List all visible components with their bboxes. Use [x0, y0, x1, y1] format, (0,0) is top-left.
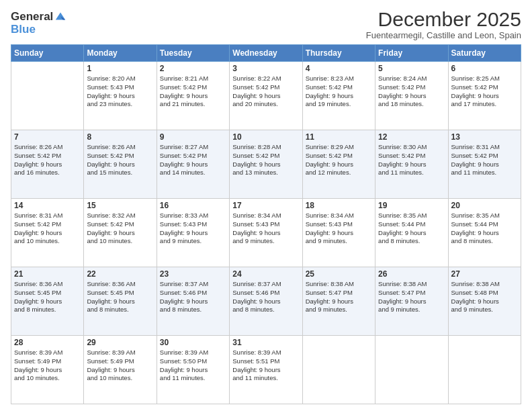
calendar-week-row: 21Sunrise: 8:36 AM Sunset: 5:45 PM Dayli…	[11, 267, 521, 336]
day-number: 5	[378, 64, 445, 73]
day-info: Sunrise: 8:38 AM Sunset: 5:47 PM Dayligh…	[306, 280, 372, 314]
day-info: Sunrise: 8:39 AM Sunset: 5:49 PM Dayligh…	[87, 349, 153, 383]
calendar-cell: 5Sunrise: 8:24 AM Sunset: 5:42 PM Daylig…	[375, 62, 448, 130]
day-number: 10	[232, 132, 299, 142]
day-number: 9	[160, 132, 226, 142]
day-info: Sunrise: 8:38 AM Sunset: 5:47 PM Dayligh…	[378, 280, 445, 314]
day-number: 2	[160, 64, 226, 73]
calendar-cell: 25Sunrise: 8:38 AM Sunset: 5:47 PM Dayli…	[302, 267, 375, 336]
calendar-week-row: 7Sunrise: 8:26 AM Sunset: 5:42 PM Daylig…	[11, 130, 521, 199]
day-number: 18	[306, 201, 372, 210]
main-title: December 2025	[366, 8, 521, 30]
calendar-cell: 10Sunrise: 8:28 AM Sunset: 5:42 PM Dayli…	[230, 130, 302, 199]
calendar-cell: 31Sunrise: 8:39 AM Sunset: 5:51 PM Dayli…	[230, 336, 302, 404]
day-number: 4	[306, 64, 372, 73]
day-number: 6	[451, 64, 518, 73]
day-number: 20	[451, 201, 518, 210]
calendar-cell: 20Sunrise: 8:35 AM Sunset: 5:44 PM Dayli…	[448, 199, 521, 267]
calendar-cell: 14Sunrise: 8:31 AM Sunset: 5:42 PM Dayli…	[11, 199, 84, 267]
calendar-cell: 21Sunrise: 8:36 AM Sunset: 5:45 PM Dayli…	[11, 267, 84, 336]
header: General Blue December 2025 Fuentearmegil…	[11, 8, 521, 40]
weekday-header: Friday	[375, 45, 448, 62]
calendar-cell: 3Sunrise: 8:22 AM Sunset: 5:42 PM Daylig…	[230, 62, 302, 130]
day-info: Sunrise: 8:35 AM Sunset: 5:44 PM Dayligh…	[378, 212, 445, 246]
calendar-week-row: 1Sunrise: 8:20 AM Sunset: 5:43 PM Daylig…	[11, 62, 521, 130]
day-info: Sunrise: 8:36 AM Sunset: 5:45 PM Dayligh…	[87, 280, 153, 314]
day-info: Sunrise: 8:37 AM Sunset: 5:46 PM Dayligh…	[232, 280, 299, 314]
day-info: Sunrise: 8:26 AM Sunset: 5:42 PM Dayligh…	[14, 143, 81, 177]
day-info: Sunrise: 8:30 AM Sunset: 5:42 PM Dayligh…	[378, 143, 445, 177]
day-number: 29	[87, 338, 153, 347]
calendar-cell: 22Sunrise: 8:36 AM Sunset: 5:45 PM Dayli…	[84, 267, 157, 336]
day-number: 28	[14, 338, 81, 347]
calendar-cell: 19Sunrise: 8:35 AM Sunset: 5:44 PM Dayli…	[375, 199, 448, 267]
day-number: 19	[378, 201, 445, 210]
day-info: Sunrise: 8:34 AM Sunset: 5:43 PM Dayligh…	[306, 212, 372, 246]
day-info: Sunrise: 8:39 AM Sunset: 5:50 PM Dayligh…	[160, 349, 226, 383]
calendar-cell: 13Sunrise: 8:31 AM Sunset: 5:42 PM Dayli…	[448, 130, 521, 199]
day-info: Sunrise: 8:33 AM Sunset: 5:43 PM Dayligh…	[160, 212, 226, 246]
day-info: Sunrise: 8:31 AM Sunset: 5:42 PM Dayligh…	[14, 212, 81, 246]
day-number: 21	[14, 269, 81, 279]
calendar-cell: 27Sunrise: 8:38 AM Sunset: 5:48 PM Dayli…	[448, 267, 521, 336]
calendar-cell: 24Sunrise: 8:37 AM Sunset: 5:46 PM Dayli…	[230, 267, 302, 336]
calendar-cell: 16Sunrise: 8:33 AM Sunset: 5:43 PM Dayli…	[157, 199, 229, 267]
calendar-cell	[375, 336, 448, 404]
day-info: Sunrise: 8:39 AM Sunset: 5:49 PM Dayligh…	[14, 349, 81, 383]
calendar-cell: 29Sunrise: 8:39 AM Sunset: 5:49 PM Dayli…	[84, 336, 157, 404]
day-number: 31	[232, 338, 299, 347]
calendar-cell: 18Sunrise: 8:34 AM Sunset: 5:43 PM Dayli…	[302, 199, 375, 267]
logo-general: General	[11, 11, 53, 24]
day-info: Sunrise: 8:23 AM Sunset: 5:42 PM Dayligh…	[306, 75, 372, 109]
calendar-cell: 30Sunrise: 8:39 AM Sunset: 5:50 PM Dayli…	[157, 336, 229, 404]
subtitle: Fuentearmegil, Castille and Leon, Spain	[366, 30, 521, 40]
day-info: Sunrise: 8:35 AM Sunset: 5:44 PM Dayligh…	[451, 212, 518, 246]
day-info: Sunrise: 8:36 AM Sunset: 5:45 PM Dayligh…	[14, 280, 81, 314]
weekday-header: Wednesday	[230, 45, 302, 62]
day-number: 22	[87, 269, 153, 279]
day-number: 23	[160, 269, 226, 279]
day-info: Sunrise: 8:29 AM Sunset: 5:42 PM Dayligh…	[306, 143, 372, 177]
day-info: Sunrise: 8:31 AM Sunset: 5:42 PM Dayligh…	[451, 143, 518, 177]
day-info: Sunrise: 8:20 AM Sunset: 5:43 PM Dayligh…	[87, 75, 153, 109]
calendar-cell: 17Sunrise: 8:34 AM Sunset: 5:43 PM Dayli…	[230, 199, 302, 267]
day-number: 15	[87, 201, 153, 210]
calendar-cell: 26Sunrise: 8:38 AM Sunset: 5:47 PM Dayli…	[375, 267, 448, 336]
day-info: Sunrise: 8:38 AM Sunset: 5:48 PM Dayligh…	[451, 280, 518, 314]
calendar-cell: 4Sunrise: 8:23 AM Sunset: 5:42 PM Daylig…	[302, 62, 375, 130]
calendar-cell	[302, 336, 375, 404]
day-number: 30	[160, 338, 226, 347]
title-block: December 2025 Fuentearmegil, Castille an…	[366, 8, 521, 40]
calendar-week-row: 14Sunrise: 8:31 AM Sunset: 5:42 PM Dayli…	[11, 199, 521, 267]
day-info: Sunrise: 8:37 AM Sunset: 5:46 PM Dayligh…	[160, 280, 226, 314]
calendar-cell: 11Sunrise: 8:29 AM Sunset: 5:42 PM Dayli…	[302, 130, 375, 199]
calendar-cell: 9Sunrise: 8:27 AM Sunset: 5:42 PM Daylig…	[157, 130, 229, 199]
day-info: Sunrise: 8:24 AM Sunset: 5:42 PM Dayligh…	[378, 75, 445, 109]
weekday-header: Saturday	[448, 45, 521, 62]
day-number: 26	[378, 269, 445, 279]
day-number: 8	[87, 132, 153, 142]
day-info: Sunrise: 8:22 AM Sunset: 5:42 PM Dayligh…	[232, 75, 299, 109]
calendar-cell	[11, 62, 84, 130]
calendar-cell: 1Sunrise: 8:20 AM Sunset: 5:43 PM Daylig…	[84, 62, 157, 130]
day-info: Sunrise: 8:25 AM Sunset: 5:42 PM Dayligh…	[451, 75, 518, 109]
logo: General Blue	[11, 11, 66, 36]
weekday-header: Sunday	[11, 45, 84, 62]
logo-text: General Blue	[11, 11, 66, 36]
calendar-week-row: 28Sunrise: 8:39 AM Sunset: 5:49 PM Dayli…	[11, 336, 521, 404]
day-number: 25	[306, 269, 372, 279]
day-number: 13	[451, 132, 518, 142]
calendar-table: SundayMondayTuesdayWednesdayThursdayFrid…	[11, 44, 521, 404]
calendar-cell: 28Sunrise: 8:39 AM Sunset: 5:49 PM Dayli…	[11, 336, 84, 404]
weekday-header: Thursday	[302, 45, 375, 62]
calendar-cell: 8Sunrise: 8:26 AM Sunset: 5:42 PM Daylig…	[84, 130, 157, 199]
day-info: Sunrise: 8:26 AM Sunset: 5:42 PM Dayligh…	[87, 143, 153, 177]
day-number: 12	[378, 132, 445, 142]
logo-icon	[54, 10, 66, 22]
calendar-cell	[448, 336, 521, 404]
weekday-header: Tuesday	[157, 45, 229, 62]
day-number: 27	[451, 269, 518, 279]
calendar-header-row: SundayMondayTuesdayWednesdayThursdayFrid…	[11, 45, 521, 62]
day-number: 3	[232, 64, 299, 73]
day-number: 17	[232, 201, 299, 210]
